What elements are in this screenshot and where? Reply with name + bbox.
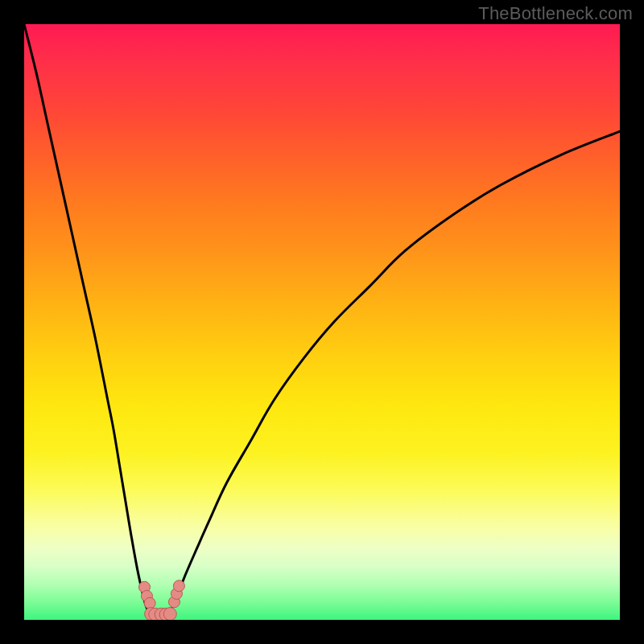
valley-marker	[144, 597, 155, 609]
curve-layer	[24, 24, 620, 620]
curve-right-branch	[167, 131, 620, 614]
valley-marker	[173, 580, 184, 592]
valley-marker	[163, 608, 176, 620]
watermark-text: TheBottleneck.com	[478, 3, 633, 24]
chart-frame: TheBottleneck.com	[0, 0, 644, 644]
curve-left-branch	[24, 24, 151, 614]
